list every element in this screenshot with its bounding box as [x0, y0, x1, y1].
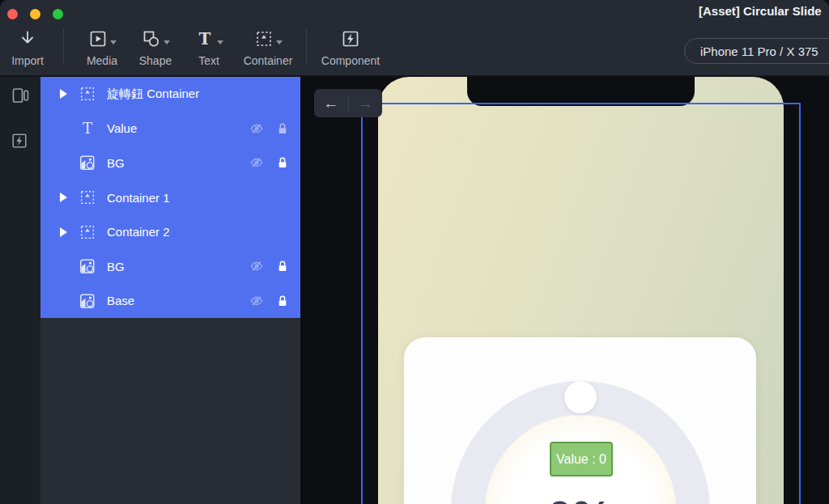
app-window: [Asset] Circular Slide Import Media — [0, 0, 829, 504]
container-button[interactable]: Container — [237, 27, 299, 66]
image-layer-icon — [79, 257, 96, 275]
component-icon — [341, 29, 360, 49]
layer-label: Base — [107, 294, 134, 307]
device-selector-label: iPhone 11 Pro / X 375 — [700, 44, 818, 58]
forward-button[interactable]: → — [349, 89, 383, 117]
visibility-off-icon[interactable] — [249, 121, 264, 136]
image-layer-icon — [79, 154, 96, 172]
disclosure-triangle-icon[interactable] — [60, 89, 67, 99]
lock-icon[interactable] — [276, 294, 289, 308]
layers-panel: 旋轉鈕 Container T Value BG Container 1 Con… — [40, 77, 300, 318]
svg-text:T: T — [83, 120, 93, 137]
text-icon: T — [195, 29, 215, 49]
zoom-window-button[interactable] — [53, 9, 63, 19]
import-button[interactable]: Import — [6, 27, 49, 66]
layer-label: Container 2 — [107, 225, 170, 239]
media-icon — [88, 29, 108, 49]
container-layer-icon — [79, 85, 96, 103]
window-title: [Asset] Circular Slide — [699, 4, 822, 18]
import-label: Import — [11, 55, 44, 66]
minimize-window-button[interactable] — [30, 9, 40, 19]
text-label: Text — [198, 55, 219, 66]
layer-row-container-1[interactable]: Container 1 — [40, 180, 300, 215]
layer-row-container-knob[interactable]: 旋轉鈕 Container — [40, 77, 300, 112]
component-button[interactable]: Component — [317, 27, 384, 66]
container-icon — [254, 29, 274, 49]
chevron-down-icon — [110, 40, 117, 44]
lock-icon[interactable] — [276, 121, 289, 136]
import-icon — [18, 27, 37, 51]
back-button[interactable]: ← — [314, 89, 348, 117]
layer-label: Value — [107, 121, 137, 135]
pages-panel-button[interactable] — [11, 86, 30, 105]
layer-row-base[interactable]: Base — [40, 283, 300, 318]
layers-panel-empty-area — [40, 318, 300, 504]
shape-label: Shape — [139, 55, 172, 66]
layer-row-container-2[interactable]: Container 2 — [40, 214, 300, 249]
component-icon — [11, 132, 28, 150]
device-selector[interactable]: iPhone 11 Pro / X 375 — [684, 38, 829, 64]
shape-icon — [142, 29, 161, 49]
lock-icon[interactable] — [276, 259, 289, 273]
toolbar: [Asset] Circular Slide Import Media — [0, 0, 829, 77]
chevron-down-icon — [164, 40, 170, 44]
container-layer-icon — [79, 188, 96, 206]
pages-icon — [11, 86, 30, 105]
components-panel-button[interactable] — [11, 132, 30, 151]
text-layer-icon: T — [79, 120, 96, 138]
close-window-button[interactable] — [7, 9, 18, 19]
layer-label: 旋轉鈕 Container — [107, 87, 199, 102]
layer-label: BG — [107, 260, 125, 273]
layer-label: Container 1 — [107, 191, 170, 205]
container-layer-icon — [79, 223, 96, 241]
window-controls — [7, 9, 63, 19]
disclosure-triangle-icon[interactable] — [60, 227, 67, 237]
toolbar-divider — [63, 28, 64, 64]
left-rail — [0, 77, 40, 504]
svg-text:T: T — [198, 29, 210, 49]
visibility-off-icon[interactable] — [249, 294, 264, 308]
chevron-down-icon — [276, 40, 283, 44]
layer-row-value[interactable]: T Value — [40, 112, 300, 146]
disclosure-triangle-icon[interactable] — [60, 193, 67, 202]
toolbar-divider — [306, 28, 307, 64]
layer-row-bg-1[interactable]: BG — [40, 146, 300, 180]
visibility-off-icon[interactable] — [249, 259, 264, 273]
lock-icon[interactable] — [276, 155, 289, 170]
phone-notch — [467, 77, 695, 106]
selection-bounds — [361, 103, 801, 504]
container-label: Container — [244, 55, 293, 66]
image-layer-icon — [79, 292, 96, 310]
canvas[interactable]: Value : 0 0% ← → — [300, 77, 829, 504]
media-button[interactable]: Media — [77, 27, 127, 66]
layer-row-bg-2[interactable]: BG — [40, 249, 300, 284]
visibility-off-icon[interactable] — [249, 155, 264, 170]
layer-label: BG — [107, 156, 125, 170]
toolbar-buttons: Import Media Shape — [0, 27, 384, 75]
media-label: Media — [87, 55, 117, 66]
history-nav: ← → — [314, 89, 382, 117]
shape-button[interactable]: Shape — [130, 27, 181, 66]
text-button[interactable]: T Text — [184, 27, 234, 66]
component-label: Component — [321, 55, 380, 66]
chevron-down-icon — [217, 40, 223, 44]
